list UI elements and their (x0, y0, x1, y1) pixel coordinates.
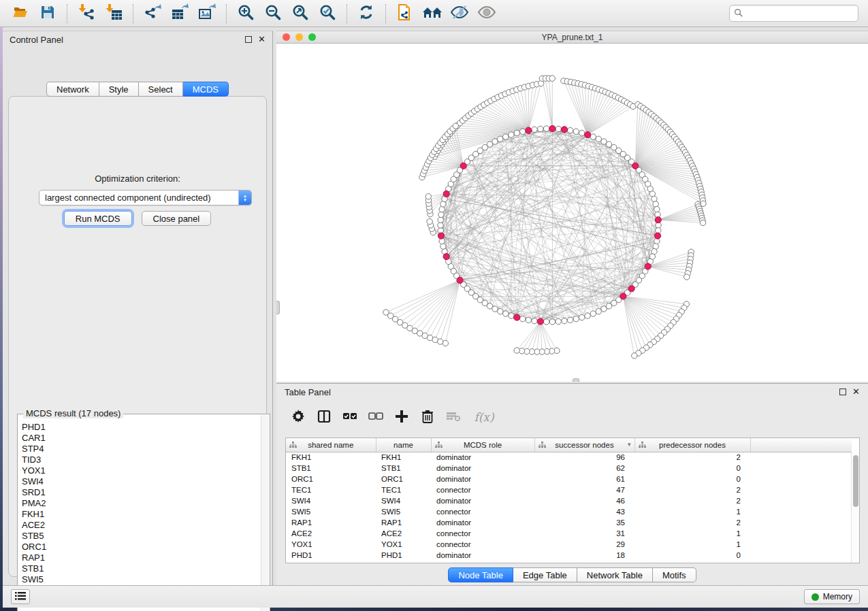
cell-successor-nodes[interactable]: 61 (534, 474, 634, 484)
cell-name[interactable]: FKH1 (376, 452, 431, 463)
graphics-details-button[interactable] (448, 3, 471, 24)
cell-shared-name[interactable]: RAP1 (286, 517, 376, 528)
mcds-result-item[interactable]: ACE2 (18, 520, 261, 531)
network-canvas[interactable] (276, 44, 868, 382)
table-row[interactable]: FKH1FKH1dominator962 (286, 452, 852, 463)
cell-shared-name[interactable]: ORC1 (286, 474, 376, 484)
table-row[interactable]: RAP1RAP1dominator352 (286, 517, 852, 528)
splitter-grip-bottom[interactable] (573, 378, 579, 382)
splitter-grip-left[interactable] (276, 301, 280, 314)
cell-shared-name[interactable]: TEC1 (286, 484, 376, 495)
float-table-panel-icon[interactable] (839, 389, 846, 395)
mcds-result-item[interactable]: STB1 (18, 563, 261, 574)
cell-predecessor-nodes[interactable]: 1 (634, 506, 750, 517)
cell-name[interactable]: PHD1 (376, 550, 431, 561)
cell-MCDS-role[interactable]: connector (431, 528, 534, 539)
cell-shared-name[interactable]: ACE2 (286, 528, 376, 539)
mcds-hub-node-TID3[interactable] (620, 293, 626, 299)
mcds-result-item[interactable]: SRD1 (18, 487, 261, 498)
cell-predecessor-nodes[interactable]: 2 (634, 484, 750, 495)
zoom-selected-button[interactable] (316, 3, 339, 24)
cell-MCDS-role[interactable]: connector (431, 484, 534, 495)
cell-predecessor-nodes[interactable]: 1 (634, 528, 750, 539)
cell-successor-nodes[interactable]: 35 (534, 517, 634, 528)
mcds-hub-node-FKH1[interactable] (438, 233, 444, 239)
mcds-hub-node-CAR1[interactable] (645, 263, 651, 269)
cell-MCDS-role[interactable]: connector (431, 539, 534, 550)
table-scrollbar-thumb[interactable] (853, 455, 858, 507)
tab-node-table[interactable]: Node Table (448, 567, 513, 582)
cell-successor-nodes[interactable]: 43 (534, 506, 634, 517)
export-network-button[interactable] (141, 3, 164, 24)
cell-name[interactable]: TEC1 (376, 484, 431, 495)
mcds-result-item[interactable]: STP4 (18, 444, 261, 455)
cell-MCDS-role[interactable]: dominator (431, 517, 534, 528)
cell-predecessor-nodes[interactable]: 2 (634, 495, 750, 506)
add-column-button[interactable] (393, 409, 410, 425)
cell-MCDS-role[interactable]: dominator (431, 495, 534, 506)
cell-name[interactable]: SWI4 (376, 495, 431, 506)
table-row[interactable]: YOX1YOX1connector291 (286, 539, 852, 550)
graph-nodes[interactable] (383, 76, 706, 359)
refresh-button[interactable] (355, 3, 378, 24)
cell-predecessor-nodes[interactable]: 2 (634, 517, 750, 528)
bird-view-button[interactable] (475, 3, 498, 24)
table-row[interactable]: STB1STB1dominator620 (286, 463, 852, 474)
mcds-result-item[interactable]: PHD1 (18, 422, 261, 433)
hide-panels-button[interactable] (421, 3, 444, 24)
tab-network-table[interactable]: Network Table (577, 567, 653, 582)
tab-style[interactable]: Style (99, 82, 139, 97)
mcds-hub-node-STB5[interactable] (460, 163, 466, 169)
tab-edge-table[interactable]: Edge Table (513, 567, 577, 582)
table-scrollbar[interactable] (851, 452, 859, 563)
mcds-hub-node-SWI4[interactable] (514, 314, 520, 320)
run-mcds-button[interactable]: Run MCDS (64, 211, 132, 226)
cell-predecessor-nodes[interactable]: 2 (634, 452, 750, 463)
cell-MCDS-role[interactable]: dominator (431, 550, 534, 561)
mcds-hub-node-STB1[interactable] (561, 127, 567, 133)
float-panel-icon[interactable] (245, 36, 252, 43)
cell-successor-nodes[interactable]: 18 (534, 550, 634, 561)
mcds-result-scrollbar[interactable] (261, 415, 269, 611)
mcds-result-item[interactable]: PMA2 (18, 498, 261, 509)
mcds-hub-node-TEC1[interactable] (632, 163, 639, 169)
mcds-result-item[interactable]: TID3 (18, 455, 261, 465)
tab-motifs[interactable]: Motifs (653, 567, 696, 582)
mcds-result-item[interactable]: ORC1 (18, 542, 261, 552)
tab-select[interactable]: Select (139, 82, 183, 97)
deselect-all-columns-button[interactable] (368, 409, 384, 425)
mcds-result-item[interactable]: SWI5 (18, 574, 261, 585)
cell-shared-name[interactable]: SWI5 (286, 506, 376, 517)
import-network-button[interactable] (75, 3, 98, 24)
table-settings-button[interactable] (290, 409, 306, 425)
mcds-hub-node-PHD1[interactable] (654, 233, 660, 239)
criterion-dropdown[interactable]: largest connected component (undirected)… (39, 190, 252, 205)
search-input[interactable] (745, 9, 854, 18)
close-panel-icon[interactable]: ✕ (258, 36, 266, 43)
column-header-shared-name[interactable]: shared name (286, 438, 376, 452)
network-graph[interactable] (276, 44, 868, 382)
zoom-out-button[interactable] (261, 3, 285, 24)
tab-mcds[interactable]: MCDS (183, 82, 229, 97)
cell-shared-name[interactable]: STB1 (286, 463, 376, 474)
cell-successor-nodes[interactable]: 47 (534, 484, 634, 495)
cell-successor-nodes[interactable]: 62 (534, 463, 634, 474)
cell-name[interactable]: RAP1 (376, 517, 431, 528)
cell-name[interactable]: SWI5 (376, 506, 431, 517)
mcds-result-item[interactable]: STB5 (18, 531, 261, 542)
cell-predecessor-nodes[interactable]: 0 (634, 550, 750, 561)
export-table-button[interactable] (168, 3, 191, 24)
column-menu-arrow-icon[interactable]: ▾ (628, 441, 631, 448)
column-header-name[interactable]: name (376, 438, 431, 452)
cell-shared-name[interactable]: YOX1 (286, 539, 376, 550)
mcds-hub-node-ACE2[interactable] (443, 191, 449, 197)
zoom-in-button[interactable] (234, 3, 257, 24)
table-row[interactable]: TEC1TEC1connector472 (286, 484, 852, 495)
save-session-button[interactable] (36, 3, 59, 24)
mcds-result-item[interactable]: CAR1 (18, 433, 261, 444)
mcds-result-item[interactable]: SWI4 (18, 476, 261, 487)
export-image-button[interactable] (195, 3, 219, 24)
mcds-hub-node-SRD1[interactable] (457, 277, 463, 283)
mcds-hub-node-SWI5[interactable] (585, 131, 591, 137)
mcds-hub-node-STP4[interactable] (628, 286, 634, 292)
